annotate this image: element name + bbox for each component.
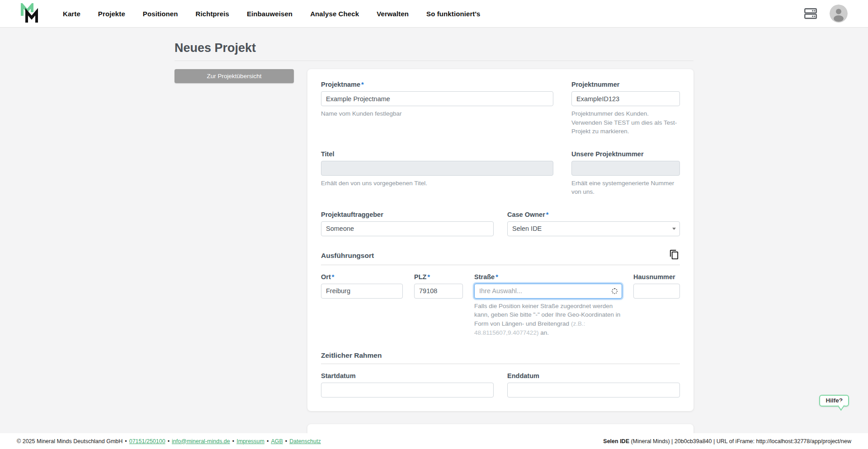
section-divider <box>321 364 680 364</box>
projektname-helper: Name vom Kunden festlegbar <box>321 109 553 118</box>
field-plz: PLZ* <box>414 273 463 337</box>
required-asterisk: * <box>495 273 498 281</box>
required-asterisk: * <box>427 273 430 281</box>
case-owner-select[interactable] <box>507 221 680 236</box>
footer: © 2025 Mineral Minds Deutschland GmbH•07… <box>0 433 868 449</box>
enddatum-input[interactable] <box>507 383 680 398</box>
nav-item-projekte[interactable]: Projekte <box>98 10 125 18</box>
nav-item-positionen[interactable]: Positionen <box>143 10 178 18</box>
field-enddatum: Enddatum <box>507 372 680 398</box>
projektauftraggeber-label: Projektauftraggeber <box>321 211 494 218</box>
dns-server-icon[interactable] <box>802 5 819 22</box>
email-link[interactable]: info@mineral-minds.de <box>172 438 230 444</box>
footer-session-info: (Mineral Minds) | 20b0cb39a840 | URL of … <box>629 438 851 444</box>
nav-item-verwalten[interactable]: Verwalten <box>377 10 409 18</box>
copy-icon[interactable] <box>668 249 680 261</box>
plz-input[interactable] <box>414 284 463 299</box>
enddatum-label: Enddatum <box>507 372 680 379</box>
projektnummer-label: Projektnummer <box>571 81 680 88</box>
section-title-ausfuehrungsort: Ausführungsort <box>321 252 374 260</box>
required-asterisk: * <box>546 211 549 218</box>
impressum-link[interactable]: Impressum <box>236 438 264 444</box>
titel-input <box>321 161 553 176</box>
field-startdatum: Startdatum <box>321 372 494 398</box>
projektname-input[interactable] <box>321 91 553 106</box>
hausnummer-input[interactable] <box>633 284 680 299</box>
strasse-helper: Falls die Position keiner Straße zugeord… <box>474 302 622 337</box>
titel-helper: Erhält den von uns vorgegebenen Titel. <box>321 179 553 188</box>
projektnummer-helper: Projektnummer des Kunden. Verwenden Sie … <box>571 109 680 136</box>
required-asterisk: * <box>361 81 364 88</box>
agb-link[interactable]: AGB <box>271 438 283 444</box>
title-divider <box>175 61 693 61</box>
field-strasse: Straße* Falls die Position keiner Straße… <box>474 273 622 337</box>
field-ort: Ort* <box>321 273 403 337</box>
datenschutz-link[interactable]: Datenschutz <box>289 438 321 444</box>
section-divider <box>321 265 680 265</box>
project-overview-button[interactable]: Zur Projektübersicht <box>175 69 294 83</box>
field-titel: Titel Erhält den von uns vorgegebenen Ti… <box>321 150 553 196</box>
nav-item-karte[interactable]: Karte <box>63 10 80 18</box>
field-unsere-projektnummer: Unsere Projektnummer Erhält eine systemg… <box>571 150 680 196</box>
page-body: Neues Projekt Zur Projektübersicht Proje… <box>0 28 868 433</box>
nav-item-so-funktionierts[interactable]: So funktioniert's <box>426 10 480 18</box>
hausnummer-label: Hausnummer <box>633 273 680 281</box>
field-projektname: Projektname* Name vom Kunden festlegbar <box>321 81 553 136</box>
unsere-projektnummer-label: Unsere Projektnummer <box>571 150 680 158</box>
mineral-minds-logo-icon[interactable] <box>20 3 40 24</box>
field-case-owner: Case Owner* <box>507 211 680 236</box>
footer-user-name: Selen IDE <box>603 438 629 444</box>
main-nav: Karte Projekte Positionen Richtpreis Ein… <box>63 10 481 18</box>
unsere-projektnummer-helper: Erhält eine systemgenerierte Nummer von … <box>571 179 680 196</box>
plz-label: PLZ* <box>414 273 463 281</box>
topbar-right-icons <box>802 5 848 23</box>
page-title: Neues Projekt <box>175 41 693 61</box>
phone-link[interactable]: 07151/250100 <box>129 438 165 444</box>
ort-input[interactable] <box>321 284 403 299</box>
startdatum-input[interactable] <box>321 383 494 398</box>
case-owner-value[interactable] <box>507 221 680 236</box>
field-hausnummer: Hausnummer <box>633 273 680 337</box>
nav-item-einbauweisen[interactable]: Einbauweisen <box>247 10 292 18</box>
field-projektnummer: Projektnummer Projektnummer des Kunden. … <box>571 81 680 136</box>
ort-label: Ort* <box>321 273 403 281</box>
copyright-text: © 2025 Mineral Minds Deutschland GmbH <box>17 438 123 444</box>
project-form-card: Projektname* Name vom Kunden festlegbar … <box>307 69 693 411</box>
field-projektauftraggeber: Projektauftraggeber <box>321 211 494 236</box>
footer-right: Selen IDE (Mineral Minds) | 20b0cb39a840… <box>603 438 851 444</box>
case-owner-label: Case Owner* <box>507 211 680 218</box>
required-asterisk: * <box>332 273 335 281</box>
titel-label: Titel <box>321 150 553 158</box>
projektnummer-input[interactable] <box>571 91 680 106</box>
projektauftraggeber-input[interactable] <box>321 221 494 236</box>
user-avatar-icon[interactable] <box>830 5 848 23</box>
startdatum-label: Startdatum <box>321 372 494 379</box>
nav-item-analyse-check[interactable]: Analyse Check <box>310 10 359 18</box>
help-button[interactable]: Hilfe? <box>819 395 849 407</box>
strasse-input[interactable] <box>474 284 622 299</box>
loading-spinner-icon <box>612 288 618 294</box>
projektname-label: Projektname* <box>321 81 553 88</box>
nav-item-richtpreis[interactable]: Richtpreis <box>196 10 229 18</box>
unsere-projektnummer-input <box>571 161 680 176</box>
section-title-zeitlicher-rahmen: Zeitlicher Rahmen <box>321 351 382 360</box>
top-navigation-bar: Karte Projekte Positionen Richtpreis Ein… <box>0 0 868 28</box>
strasse-label: Straße* <box>474 273 622 281</box>
footer-left: © 2025 Mineral Minds Deutschland GmbH•07… <box>17 438 321 444</box>
